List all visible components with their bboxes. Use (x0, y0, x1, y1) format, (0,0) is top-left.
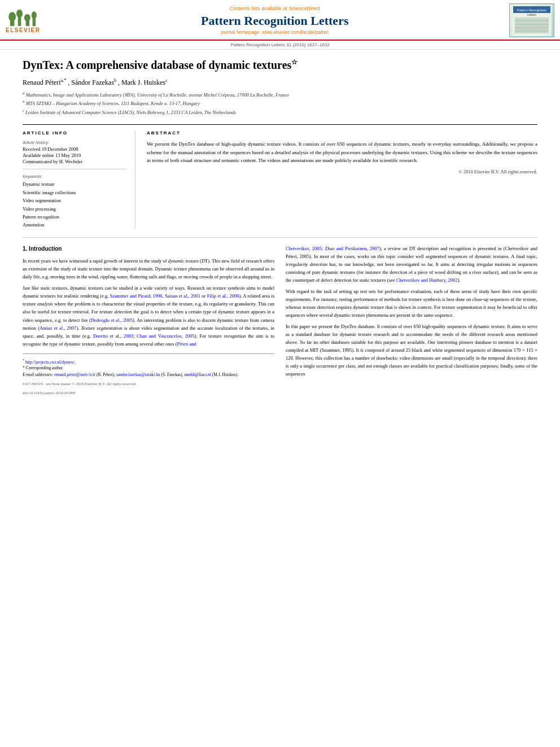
body-p1: In recent years we have witnessed a rapi… (23, 257, 274, 281)
author-3: Mark J. Huiskes (121, 78, 165, 86)
article-info-panel: ARTICLE INFO Article history: Received 1… (23, 130, 135, 229)
keyword-3: Video segmentation (23, 196, 127, 204)
science-direct-line: Contents lists available at ScienceDirec… (40, 6, 509, 11)
body-p2: Just like static textures, dynamic textu… (23, 284, 274, 347)
body-p3: Chetverikov, 2005; Zhao and Pietikainen,… (286, 244, 537, 284)
svg-point-5 (24, 14, 30, 21)
body-columns: 1. Introduction In recent years we have … (23, 237, 537, 396)
svg-point-1 (8, 12, 16, 21)
abstract-text: We present the DynTex database of high-q… (147, 140, 537, 164)
affiliations: a Mathematics, Image and Applications La… (23, 90, 537, 116)
article-info-heading: ARTICLE INFO (23, 130, 127, 136)
footnote-star: * http://projects.cwi.nl/dyntex/. (23, 357, 274, 365)
divider-1 (23, 169, 127, 169)
author-2-sup: b (114, 78, 116, 83)
keywords-label: Keywords: (23, 174, 127, 179)
abstract-heading: ABSTRACT (147, 130, 537, 136)
article-info-abstract: ARTICLE INFO Article history: Received 1… (23, 124, 537, 229)
elsevier-logo: ELSEVIER (6, 7, 40, 33)
svg-text:Letters: Letters (527, 13, 536, 16)
title-star: ☆ (291, 58, 298, 66)
main-content: DynTex: A comprehensive database of dyna… (0, 50, 560, 402)
section1-title: 1. Introduction (23, 244, 274, 254)
svg-point-3 (16, 10, 23, 18)
keywords-list: Dynamic texture Scientific image collect… (23, 180, 127, 229)
author-1-sup: a,* (61, 78, 67, 83)
svg-point-7 (31, 11, 36, 19)
keyword-1: Dynamic texture (23, 180, 127, 188)
title-text: DynTex: A comprehensive database of dyna… (23, 59, 291, 71)
abstract-section: ABSTRACT We present the DynTex database … (147, 130, 537, 229)
footnote-email: E-mail addresses: renaud.peteri@univ-lr.… (23, 372, 274, 378)
affiliation-c: c Leiden Institute of Advanced Computer … (23, 108, 537, 116)
journal-thumbnail-icon: Pattern Recognition Letters (512, 5, 552, 36)
history-label: Article history: (23, 140, 127, 145)
footer-doi: doi:10.1016/j.patrec.2010.05.009 (23, 390, 274, 396)
journal-title: Pattern Recognition Letters (40, 14, 509, 28)
journal-header: ELSEVIER Contents lists available at Sci… (0, 0, 560, 41)
keyword-5: Pattern recognition (23, 213, 127, 221)
journal-logo-thumbnail: Pattern Recognition Letters (509, 3, 554, 37)
available-date: Available online 13 May 2010 (23, 152, 127, 158)
elsevier-wordmark: ELSEVIER (6, 27, 40, 33)
author-2: Sándor Fazekas (71, 78, 114, 86)
author-1: Renaud Péteri (23, 78, 61, 86)
body-col-right: Chetverikov, 2005; Zhao and Pietikainen,… (286, 244, 537, 396)
contents-text: Contents lists available at (230, 6, 289, 11)
copyright-line: © 2010 Elsevier B.V. All rights reserved… (147, 169, 537, 174)
body-p4: With regard to the task of setting up te… (286, 287, 537, 319)
footnotes: * http://projects.cwi.nl/dyntex/. * Corr… (23, 353, 274, 396)
author-3-sup: c (165, 78, 168, 83)
journal-center: Contents lists available at ScienceDirec… (40, 6, 509, 35)
elsevier-tree-icon (6, 7, 40, 27)
homepage-url[interactable]: www.elsevier.com/locate/patrec (262, 29, 329, 35)
body-col-left: 1. Introduction In recent years we have … (23, 244, 274, 396)
journal-homepage: journal homepage: www.elsevier.com/locat… (40, 29, 509, 35)
affiliation-b: b MTA SZTAKI – Hungarian Academy of Scie… (23, 99, 537, 107)
citation-line: Pattern Recognition Letters 31 (2010) 16… (0, 41, 560, 50)
keyword-4: Video processing (23, 205, 127, 213)
keyword-6: Annotation (23, 221, 127, 229)
footnote-corresponding: * Corresponding author. (23, 365, 274, 371)
authors-line: Renaud Péteria,* , Sándor Fazekasb , Mar… (23, 78, 537, 87)
homepage-label: journal homepage: (221, 29, 262, 35)
svg-text:Pattern Recognition: Pattern Recognition (517, 8, 547, 12)
paper-title: DynTex: A comprehensive database of dyna… (23, 58, 537, 72)
communicated-by: Communicated by H. Wechsler (23, 159, 127, 164)
body-p5: In this paper we present the DynTex data… (286, 322, 537, 378)
received-date: Received 19 December 2008 (23, 146, 127, 152)
footer-legal: 0167-8655/$ - see front matter © 2010 El… (23, 381, 274, 387)
affiliation-a: a Mathematics, Image and Applications La… (23, 90, 537, 99)
sciencedirect-link[interactable]: ScienceDirect (288, 6, 320, 11)
keyword-2: Scientific image collections (23, 189, 127, 196)
